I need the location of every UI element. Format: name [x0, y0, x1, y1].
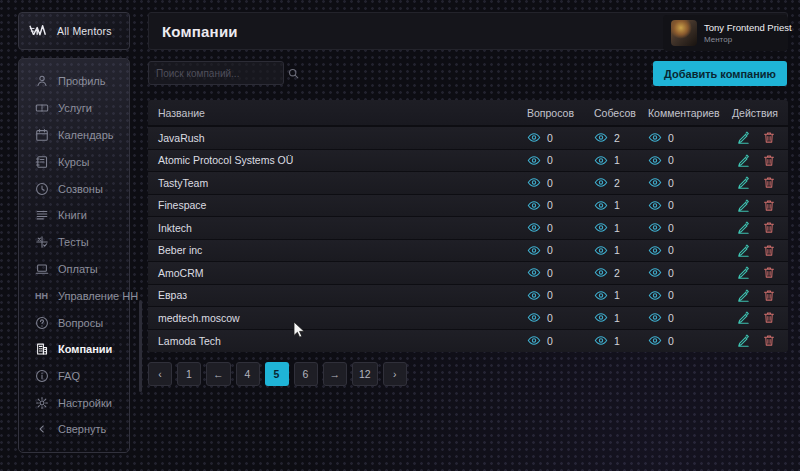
- companies-table: Название Вопросов Собесов Комментариев Д…: [148, 100, 788, 352]
- view-interviews-eye-icon[interactable]: [594, 335, 608, 346]
- view-questions-eye-icon[interactable]: [527, 312, 541, 323]
- edit-icon[interactable]: [737, 154, 750, 167]
- sidebar-item[interactable]: Курсы: [19, 148, 129, 175]
- view-questions-eye-icon[interactable]: [527, 222, 541, 233]
- pagination: ‹ 1 ← 4 5 6 → 12 ›: [148, 362, 407, 386]
- delete-icon[interactable]: [763, 334, 775, 347]
- sidebar-item[interactable]: Книги: [19, 202, 129, 229]
- edit-icon[interactable]: [737, 311, 750, 324]
- pagination-button[interactable]: ‹: [148, 362, 172, 386]
- pagination-button[interactable]: 12: [352, 362, 378, 386]
- sidebar-item[interactable]: FAQ: [19, 363, 129, 390]
- view-questions-eye-icon[interactable]: [527, 267, 541, 278]
- company-name: Inktech: [148, 222, 520, 234]
- scrollbar-thumb[interactable]: [139, 300, 142, 392]
- user-card[interactable]: Tony Frontend Priest Ментор: [663, 15, 788, 51]
- company-name: AmoCRM: [148, 267, 520, 279]
- sidebar-item[interactable]: Тесты: [19, 229, 129, 256]
- edit-icon[interactable]: [737, 289, 750, 302]
- pagination-button[interactable]: 5: [265, 362, 289, 386]
- sidebar-item[interactable]: Услуги: [19, 95, 129, 122]
- sidebar: Профиль Услуги Календарь Курсы Созвоны: [18, 58, 130, 453]
- view-questions-eye-icon[interactable]: [527, 290, 541, 301]
- pagination-button[interactable]: ›: [383, 362, 407, 386]
- sidebar-item[interactable]: Компании: [19, 336, 129, 363]
- company-search: [148, 61, 284, 85]
- view-questions-eye-icon[interactable]: [527, 132, 541, 143]
- view-interviews-eye-icon[interactable]: [594, 155, 608, 166]
- delete-icon[interactable]: [763, 311, 775, 324]
- view-interviews-eye-icon[interactable]: [594, 222, 608, 233]
- questions-count: 0: [547, 267, 553, 279]
- view-comments-eye-icon[interactable]: [648, 267, 662, 278]
- delete-icon[interactable]: [763, 266, 775, 279]
- view-comments-eye-icon[interactable]: [648, 335, 662, 346]
- interviews-count: 1: [614, 154, 620, 166]
- view-questions-eye-icon[interactable]: [527, 245, 541, 256]
- edit-icon[interactable]: [737, 221, 750, 234]
- sidebar-item[interactable]: Вопросы: [19, 309, 129, 336]
- delete-icon[interactable]: [763, 244, 775, 257]
- comments-count: 0: [668, 267, 674, 279]
- questions-count: 0: [547, 154, 553, 166]
- delete-icon[interactable]: [763, 176, 775, 189]
- pagination-button[interactable]: 6: [294, 362, 318, 386]
- delete-icon[interactable]: [763, 154, 775, 167]
- view-interviews-eye-icon[interactable]: [594, 290, 608, 301]
- view-questions-eye-icon[interactable]: [527, 155, 541, 166]
- delete-icon[interactable]: [763, 221, 775, 234]
- edit-icon[interactable]: [737, 334, 750, 347]
- search-icon[interactable]: [288, 68, 299, 79]
- view-interviews-eye-icon[interactable]: [594, 132, 608, 143]
- delete-icon[interactable]: [763, 131, 775, 144]
- delete-icon[interactable]: [763, 199, 775, 212]
- sidebar-item[interactable]: HH Управление HH: [19, 282, 129, 309]
- view-comments-eye-icon[interactable]: [648, 245, 662, 256]
- view-questions-eye-icon[interactable]: [527, 200, 541, 211]
- edit-icon[interactable]: [737, 266, 750, 279]
- view-interviews-eye-icon[interactable]: [594, 267, 608, 278]
- view-comments-eye-icon[interactable]: [648, 222, 662, 233]
- pagination-button[interactable]: 1: [177, 362, 201, 386]
- view-comments-eye-icon[interactable]: [648, 312, 662, 323]
- sidebar-collapse-button[interactable]: Свернуть: [19, 416, 129, 442]
- view-comments-eye-icon[interactable]: [648, 200, 662, 211]
- sidebar-item[interactable]: Созвоны: [19, 175, 129, 202]
- interviews-count: 1: [614, 289, 620, 301]
- view-questions-eye-icon[interactable]: [527, 177, 541, 188]
- search-input[interactable]: [156, 68, 288, 79]
- view-interviews-eye-icon[interactable]: [594, 177, 608, 188]
- interviews-count: 1: [614, 222, 620, 234]
- sidebar-item[interactable]: Настройки: [19, 390, 129, 417]
- edit-icon[interactable]: [737, 199, 750, 212]
- view-comments-eye-icon[interactable]: [648, 290, 662, 301]
- hh-icon: HH: [34, 288, 49, 303]
- sidebar-item-label: Курсы: [58, 156, 89, 168]
- view-interviews-eye-icon[interactable]: [594, 245, 608, 256]
- view-questions-eye-icon[interactable]: [527, 335, 541, 346]
- delete-icon[interactable]: [763, 289, 775, 302]
- sidebar-item-label: Вопросы: [58, 317, 103, 329]
- view-comments-eye-icon[interactable]: [648, 177, 662, 188]
- add-company-button[interactable]: Добавить компанию: [653, 61, 787, 86]
- company-name: JavaRush: [148, 132, 520, 144]
- app-logo[interactable]: All Mentors: [18, 12, 130, 50]
- sidebar-item[interactable]: Календарь: [19, 122, 129, 149]
- all-mentors-logo-icon: [29, 23, 49, 39]
- edit-icon[interactable]: [737, 176, 750, 189]
- edit-icon[interactable]: [737, 131, 750, 144]
- pagination-button[interactable]: 4: [236, 362, 260, 386]
- sidebar-item-label: Календарь: [58, 129, 114, 141]
- company-name: Atomic Protocol Systems OÜ: [148, 154, 520, 166]
- view-interviews-eye-icon[interactable]: [594, 312, 608, 323]
- question-icon: [34, 315, 49, 330]
- comments-count: 0: [668, 199, 674, 211]
- pagination-button[interactable]: ←: [206, 362, 231, 386]
- view-interviews-eye-icon[interactable]: [594, 200, 608, 211]
- view-comments-eye-icon[interactable]: [648, 155, 662, 166]
- sidebar-item[interactable]: Оплаты: [19, 256, 129, 283]
- edit-icon[interactable]: [737, 244, 750, 257]
- pagination-button[interactable]: →: [323, 362, 348, 386]
- sidebar-item[interactable]: Профиль: [19, 68, 129, 95]
- view-comments-eye-icon[interactable]: [648, 132, 662, 143]
